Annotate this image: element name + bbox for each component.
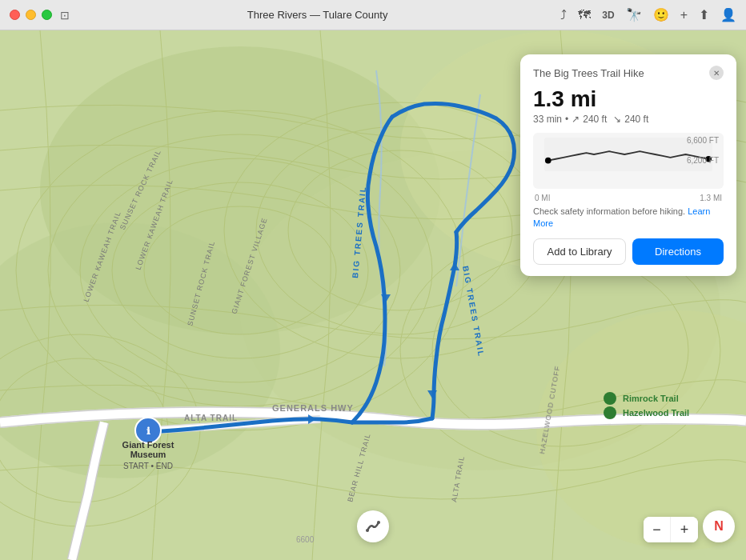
svg-point-33 [604,406,616,419]
toolbar: ⤴ 🗺 3D 🔭 🙂 + ⬆ 👤 [560,7,736,22]
separator1: • [565,114,568,125]
panel-buttons: Add to Library Directions [533,238,724,265]
titlebar: ⊡ Three Rivers — Tulare County ⤴ 🗺 3D 🔭 … [0,0,746,30]
duration: 33 min [533,114,562,125]
maximize-button[interactable] [42,10,52,20]
safety-info: Check safety information before hiking. … [533,206,724,230]
svg-text:Rimrock Trail: Rimrock Trail [623,394,679,403]
map-container[interactable]: GENERALS HWY ALTA TRAIL [0,30,746,560]
svg-point-47 [366,529,369,532]
elevation-low: 6,200 FT [687,156,719,165]
map-icon[interactable]: 🗺 [578,8,591,22]
window-icon: ⊡ [60,9,70,22]
svg-text:ALTA TRAIL: ALTA TRAIL [184,414,238,422]
compass-button[interactable]: N [703,510,735,542]
elevation-up: 240 ft [583,114,607,125]
route-icon[interactable] [357,510,389,542]
minimize-button[interactable] [26,10,36,20]
elevation-bottom-labels: 0 MI 1.3 MI [533,194,724,202]
directions-button[interactable]: Directions [632,238,724,265]
share-icon[interactable]: ⬆ [699,7,709,22]
svg-text:Hazelwood Trail: Hazelwood Trail [623,408,689,418]
smiley-icon[interactable]: 🙂 [653,7,669,22]
svg-text:6600: 6600 [296,535,315,544]
binoculars-icon[interactable]: 🔭 [626,7,642,22]
info-panel: The Big Trees Trail Hike ✕ 1.3 mi 33 min… [520,54,736,276]
close-panel-button[interactable]: ✕ [709,66,724,80]
window-title: Three Rivers — Tulare County [74,9,560,21]
svg-text:START • END: START • END [123,462,173,470]
elevation-high: 6,600 FT [687,136,719,145]
up-arrow-icon: ↗ [572,114,580,125]
distance-end-label: 1.3 MI [700,194,722,202]
zoom-out-button[interactable]: − [644,517,671,542]
svg-point-31 [604,392,616,405]
safety-text: Check safety information before hiking. [533,206,685,216]
zoom-controls: − + [644,517,698,542]
down-arrow-icon: ↘ [613,114,621,125]
3d-icon[interactable]: 3D [602,10,614,21]
panel-title: The Big Trees Trail Hike [533,67,644,79]
svg-text:GENERALS HWY: GENERALS HWY [272,403,354,413]
elevation-chart: 6,600 FT 6,200 FT [533,133,724,189]
account-icon[interactable]: 👤 [720,7,736,22]
compass-label: N [714,519,724,534]
trail-stats: 33 min • ↗ 240 ft ↘ 240 ft [533,114,724,125]
svg-text:ℹ: ℹ [146,426,150,437]
distance-value: 1.3 mi [533,86,724,112]
svg-text:Museum: Museum [130,450,166,459]
close-button[interactable] [10,10,20,20]
panel-header: The Big Trees Trail Hike ✕ [533,66,724,80]
svg-point-48 [377,521,380,524]
svg-text:Giant Forest: Giant Forest [122,440,174,450]
zoom-in-button[interactable]: + [671,517,698,542]
svg-point-45 [545,158,551,164]
add-to-library-button[interactable]: Add to Library [533,238,626,265]
distance-start-label: 0 MI [535,194,550,202]
elevation-down: 240 ft [624,114,648,125]
traffic-lights [10,10,52,20]
location-icon[interactable]: ⤴ [560,8,567,22]
elevation-labels: 6,600 FT 6,200 FT [687,136,719,165]
add-icon[interactable]: + [680,8,688,22]
